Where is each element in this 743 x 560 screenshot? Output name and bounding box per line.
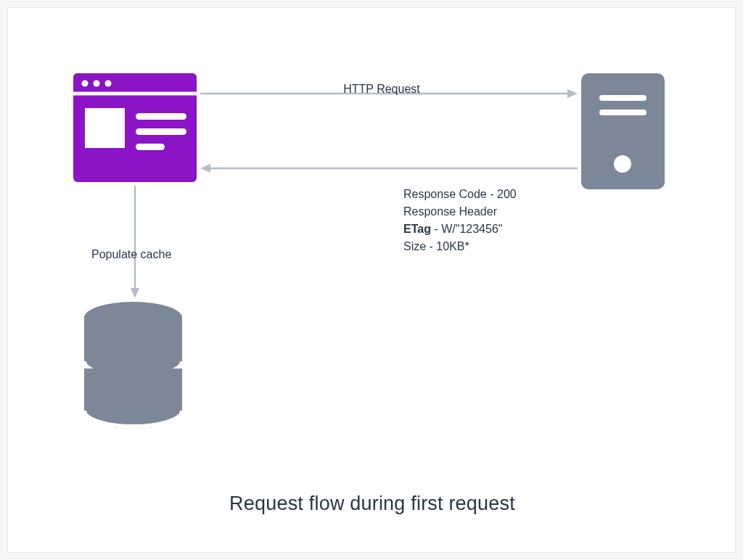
svg-rect-8 xyxy=(136,128,186,135)
populate-cache-label: Populate cache xyxy=(91,248,186,261)
response-etag-label: ETag xyxy=(403,223,431,235)
response-code-line: Response Code - 200 xyxy=(403,186,517,203)
svg-marker-22 xyxy=(200,164,210,173)
svg-marker-24 xyxy=(131,288,139,298)
svg-marker-20 xyxy=(567,89,578,98)
svg-rect-6 xyxy=(85,108,125,148)
response-arrow xyxy=(200,163,578,173)
svg-point-4 xyxy=(105,81,112,87)
response-code-label: Response Code xyxy=(403,188,487,200)
response-size-line: Size - 10KB* xyxy=(403,238,517,255)
server-icon xyxy=(581,73,665,189)
populate-cache-arrow xyxy=(130,186,140,298)
svg-rect-12 xyxy=(599,110,646,115)
svg-point-13 xyxy=(614,155,631,173)
svg-rect-7 xyxy=(136,113,186,120)
svg-rect-11 xyxy=(599,95,646,101)
diagram-canvas: HTTP Request Populate cache Response Cod… xyxy=(7,7,736,553)
response-etag-line: ETag - W/"123456" xyxy=(403,221,517,238)
database-icon xyxy=(84,302,182,429)
svg-rect-9 xyxy=(136,144,165,150)
response-etag-value: W/"123456" xyxy=(441,223,502,235)
response-size-value: 10KB* xyxy=(436,240,469,252)
response-size-label: Size xyxy=(403,240,426,252)
http-request-label: HTTP Request xyxy=(320,83,443,96)
response-header-line: Response Header xyxy=(403,203,517,221)
response-details: Response Code - 200 Response Header ETag… xyxy=(403,186,517,255)
svg-point-3 xyxy=(94,81,100,87)
svg-point-2 xyxy=(82,81,89,87)
browser-icon xyxy=(73,73,197,182)
diagram-title: Request flow during first request xyxy=(8,493,736,515)
response-code-value: 200 xyxy=(497,188,517,200)
svg-rect-1 xyxy=(73,73,197,94)
